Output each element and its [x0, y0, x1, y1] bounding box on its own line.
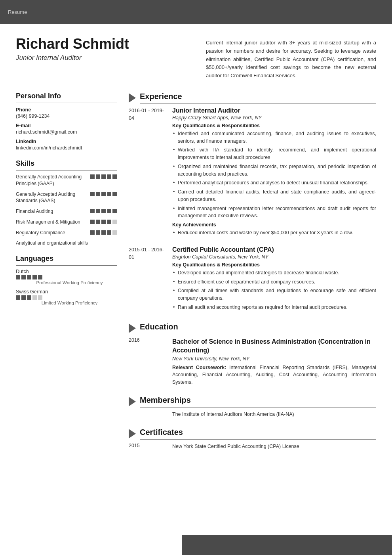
- header-section: Richard Schmidt Junior Internal Auditor …: [16, 36, 376, 80]
- skill-name: Financial Auditing: [16, 208, 90, 215]
- email-label: E-mail: [16, 123, 117, 128]
- experience-entry: 2015-01 - 2016-01Certified Public Accoun…: [129, 246, 376, 313]
- dot-filled: [32, 275, 37, 279]
- language-item: Swiss GermanLimited Working Proficiency: [16, 289, 117, 305]
- linkedin-value: linkedin.com/in/richardschmidt: [16, 145, 117, 151]
- personal-info-title: Personal Info: [16, 92, 117, 103]
- skill-item: Financial Auditing: [16, 208, 117, 215]
- dot-filled: [96, 209, 100, 213]
- skill-dots: [90, 208, 117, 213]
- skill-dots: [90, 219, 117, 224]
- email-value: richard.schmidt@gmail.com: [16, 129, 117, 135]
- list-item: Carried out detailed financial audits, f…: [172, 188, 376, 203]
- skill-name: Risk Management & Mitigation: [16, 219, 90, 226]
- candidate-name: Richard Schmidt: [16, 36, 182, 52]
- dot-filled: [112, 174, 117, 179]
- memberships-icon: [129, 397, 136, 406]
- dot-filled: [96, 220, 100, 224]
- left-column: Personal Info Phone (646) 999-1234 E-mai…: [16, 92, 117, 459]
- language-proficiency: Limited Working Proficiency: [22, 300, 117, 305]
- experience-content: Junior Internal AuditorHappy-Crazy Smart…: [172, 107, 376, 238]
- certificates-entries: 2015New York State Certified Public Acco…: [129, 443, 376, 450]
- experience-icon: [129, 93, 136, 103]
- qualifications-list: Identified and communicated accounting, …: [172, 130, 376, 220]
- top-bar: Resume: [0, 0, 392, 24]
- language-name: Swiss German: [16, 289, 117, 295]
- list-item: Initiated management representation lett…: [172, 205, 376, 220]
- list-item: Developed ideas and implemented strategi…: [172, 269, 376, 277]
- list-item: Ran all audit and accounting reports as …: [172, 304, 376, 311]
- certificates-header: Certificates: [129, 428, 376, 440]
- personal-info-section: Personal Info Phone (646) 999-1234 E-mai…: [16, 92, 117, 151]
- memberships-header: Memberships: [129, 396, 376, 408]
- education-entry: 2016Bachelor of Science in Business Admi…: [129, 337, 376, 386]
- dot-empty: [112, 220, 117, 224]
- experience-section: Experience 2016-01 - 2019-04Junior Inter…: [129, 92, 376, 313]
- right-column: Experience 2016-01 - 2019-04Junior Inter…: [129, 92, 376, 459]
- skills-title: Skills: [16, 159, 117, 170]
- skill-dots: [90, 191, 117, 196]
- skill-dots: [90, 230, 117, 235]
- skill-item: Generally Accepted Accounting Principles…: [16, 174, 117, 187]
- membership-entry: The Institute of Internal Auditors North…: [129, 411, 376, 418]
- skill-name: Generally Accepted Accounting Principles…: [16, 174, 90, 187]
- dot-filled: [90, 192, 95, 196]
- languages-list: DutchProfessional Working ProficiencySwi…: [16, 269, 117, 305]
- dot-filled: [101, 192, 106, 196]
- education-title: Education: [140, 322, 376, 334]
- achievements-title: Key Achievements: [172, 222, 376, 228]
- language-name: Dutch: [16, 269, 117, 274]
- education-section: Education 2016Bachelor of Science in Bus…: [129, 322, 376, 386]
- dot-filled: [101, 209, 106, 213]
- achievements-list: Reduced internal costs and waste by over…: [172, 229, 376, 237]
- dot-filled: [96, 230, 100, 235]
- dot-filled: [90, 209, 95, 213]
- qualifications-title: Key Qualifications & Responsibilities: [172, 123, 376, 128]
- dot-filled: [107, 209, 111, 213]
- dot-filled: [90, 174, 95, 179]
- list-item: Worked with IIA standard to identify, re…: [172, 146, 376, 161]
- bottom-bar: [182, 535, 392, 555]
- list-item: Complied at all times with standards and…: [172, 287, 376, 302]
- dot-filled: [101, 220, 106, 224]
- experience-job-title: Certified Public Accountant (CPA): [172, 246, 376, 253]
- skill-item: Risk Management & Mitigation: [16, 219, 117, 226]
- experience-date: 2016-01 - 2019-04: [129, 107, 164, 238]
- dot-filled: [38, 275, 42, 279]
- phone-value: (646) 999-1234: [16, 113, 117, 119]
- list-item: Performed analytical procedures and anal…: [172, 179, 376, 187]
- list-item: Reduced internal costs and waste by over…: [172, 229, 376, 237]
- education-coursework: Relevant Coursework: International Finan…: [172, 364, 376, 386]
- education-header: Education: [129, 322, 376, 334]
- education-school: New York University, New York, NY: [172, 356, 376, 362]
- dot-filled: [90, 220, 95, 224]
- dot-empty: [112, 230, 117, 235]
- dot-filled: [16, 275, 20, 279]
- two-col-layout: Personal Info Phone (646) 999-1234 E-mai…: [16, 92, 376, 459]
- dot-empty: [38, 295, 42, 300]
- experience-header: Experience: [129, 92, 376, 104]
- memberships-entries: The Institute of Internal Auditors North…: [129, 411, 376, 418]
- dot-filled: [21, 275, 26, 279]
- dot-filled: [101, 230, 106, 235]
- certificate-entry: 2015New York State Certified Public Acco…: [129, 443, 376, 450]
- experience-title: Experience: [140, 92, 376, 104]
- top-bar-label: Resume: [8, 9, 27, 15]
- experience-entry: 2016-01 - 2019-04Junior Internal Auditor…: [129, 107, 376, 238]
- skill-name: Generally Accepted Auditing Standards (G…: [16, 191, 90, 205]
- skill-item: Regulatory Compliance: [16, 230, 117, 236]
- experience-entries: 2016-01 - 2019-04Junior Internal Auditor…: [129, 107, 376, 313]
- qualifications-title: Key Qualifications & Responsibilities: [172, 262, 376, 268]
- education-entries: 2016Bachelor of Science in Business Admi…: [129, 337, 376, 386]
- dot-filled: [21, 295, 26, 300]
- experience-company: Happy-Crazy Smart Apps, New York, NY: [172, 115, 376, 121]
- language-proficiency: Professional Working Proficiency: [22, 280, 117, 285]
- list-item: Identified and communicated accounting, …: [172, 130, 376, 145]
- dot-empty: [32, 295, 37, 300]
- list-item: Ensured efficient use of departmental an…: [172, 278, 376, 286]
- experience-content: Certified Public Accountant (CPA)Brighto…: [172, 246, 376, 313]
- dot-filled: [107, 220, 111, 224]
- resume-wrapper: Richard Schmidt Junior Internal Auditor …: [0, 24, 392, 475]
- header-left: Richard Schmidt Junior Internal Auditor: [16, 36, 182, 80]
- education-degree: Bachelor of Science in Business Administ…: [172, 337, 376, 355]
